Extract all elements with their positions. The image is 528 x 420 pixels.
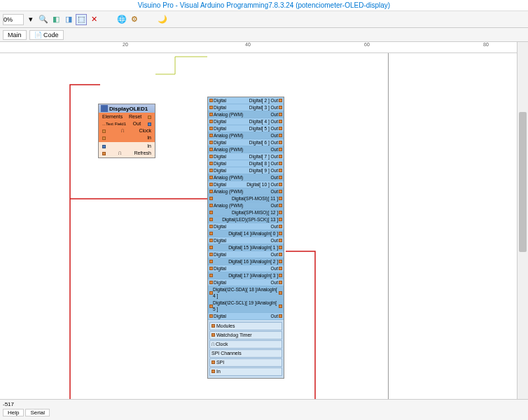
port-out[interactable] [279,291,282,295]
pin-row[interactable]: DigitalDigital[ 9 ] Out [208,167,284,174]
pin-row[interactable]: DigitalDigital[ 10 ] Out [208,181,284,188]
tab-main[interactable]: Main [3,30,27,40]
port-in[interactable] [209,281,213,284]
scrollbar-vertical[interactable] [517,42,528,399]
port-out[interactable] [279,141,282,144]
port-in[interactable] [209,239,213,242]
pin-row[interactable]: Digital[ 15 ]/AnalogIn[ 1 ] [208,244,284,251]
pin-row[interactable]: Digital(SPI-MOSI)[ 11 ] [208,195,284,202]
port-out[interactable] [279,260,282,263]
pin-row[interactable]: Analog (PWM) Out [208,132,284,139]
port-bin[interactable] [211,370,215,373]
port-out[interactable] [279,267,282,270]
select-icon[interactable]: ⬚ [76,14,87,25]
port-clock[interactable] [102,130,106,133]
tab-help[interactable]: Help [3,409,24,416]
port-out[interactable] [279,314,282,318]
port-in[interactable] [209,204,213,207]
pin-row[interactable]: Analog (PWM) Out [208,174,284,181]
port-in[interactable] [209,113,213,116]
pin-row[interactable]: Digital[ 14 ]/AnalogIn[ 0 ] [208,230,284,237]
scrollbar-thumb[interactable] [519,112,527,252]
port-in[interactable] [209,169,213,172]
port-in[interactable] [209,232,213,235]
arduino-node[interactable]: DigitalDigital[ 2 ] OutDigitalDigital[ 3… [207,97,284,379]
pin-row[interactable]: Digital[ 17 ]/AnalogIn[ 3 ] [208,272,284,279]
zoom-icon[interactable]: 🔍 [38,14,49,25]
port-out[interactable] [279,218,282,221]
port-in[interactable] [209,183,213,186]
port-out[interactable] [279,246,282,249]
port-out[interactable] [279,281,282,284]
port-out[interactable] [148,122,151,126]
pin-row[interactable]: Digital Out [208,313,284,320]
tool-icon-2[interactable]: ◨ [63,14,74,25]
port-in[interactable] [209,314,213,318]
port-in[interactable] [209,267,213,270]
port-out[interactable] [279,304,282,308]
pin-row[interactable]: Analog (PWM) Out [208,188,284,195]
port-out[interactable] [279,99,282,102]
port-in[interactable] [209,211,213,214]
port-in[interactable] [209,253,213,256]
pin-row[interactable]: Analog (PWM) Out [208,202,284,209]
port-in[interactable] [209,127,213,130]
port-out[interactable] [279,120,282,123]
pin-row[interactable]: Analog (PWM) Out [208,146,284,153]
port-in[interactable] [209,162,213,165]
port-out[interactable] [279,169,282,172]
port-out[interactable] [279,113,282,116]
port-out[interactable] [279,106,282,109]
zoom-input[interactable] [3,14,24,25]
port-in[interactable] [209,197,213,200]
pin-row[interactable]: DigitalDigital[ 8 ] Out [208,160,284,167]
port-out[interactable] [279,155,282,158]
pin-row[interactable]: Digital[ 16 ]/AnalogIn[ 2 ] [208,258,284,265]
port-modules[interactable] [211,324,215,328]
canvas[interactable]: DisplayOLED1 ElementsReset ...Text Field… [0,53,528,410]
port-out[interactable] [279,239,282,242]
moon-icon[interactable]: 🌙 [157,14,168,25]
port-in[interactable] [209,120,213,123]
port-in[interactable] [209,260,213,263]
port-out[interactable] [279,225,282,228]
port-watchdog[interactable] [211,333,215,337]
pin-row[interactable]: Digital Out [208,279,284,286]
port-in[interactable] [209,99,213,102]
port-in[interactable] [209,225,213,228]
globe-icon[interactable]: 🌐 [116,14,127,25]
port-refresh[interactable] [102,152,106,155]
pin-row[interactable]: Digital Out [208,237,284,244]
node-header[interactable]: DisplayOLED1 [99,104,155,113]
delete-icon[interactable]: ✕ [88,14,99,25]
port-out[interactable] [279,253,282,256]
pin-row[interactable]: Digital Out [208,223,284,230]
port-in[interactable] [209,155,213,158]
pin-row[interactable]: Digital(I2C-SDA)[ 18 ]/AnalogIn[ 4 ] [208,286,284,300]
port-in[interactable] [209,176,213,179]
port-out[interactable] [279,183,282,186]
tab-serial[interactable]: Serial [25,409,49,416]
port-in[interactable] [209,190,213,193]
port-in[interactable] [209,148,213,151]
port-in[interactable] [102,136,106,140]
port-out[interactable] [279,190,282,193]
pin-row[interactable]: Digital(SPI-MISO)[ 12 ] [208,209,284,216]
tab-code[interactable]: 📄 Code [29,30,64,40]
port-in[interactable] [209,134,213,137]
pin-row[interactable]: DigitalDigital[ 7 ] Out [208,153,284,160]
port-out[interactable] [279,232,282,235]
port-out[interactable] [279,134,282,137]
port-in[interactable] [209,218,213,221]
port-out[interactable] [279,127,282,130]
port-out[interactable] [279,274,282,277]
gear-icon[interactable]: ⚙ [129,14,140,25]
pin-row[interactable]: Analog (PWM) Out [208,111,284,118]
pin-row[interactable]: DigitalDigital[ 5 ] Out [208,125,284,132]
pin-row[interactable]: Digital Out [208,265,284,272]
pin-row[interactable]: DigitalDigital[ 6 ] Out [208,139,284,146]
pin-row[interactable]: Digital(I2C-SCL)[ 19 ]/AnalogIn[ 5 ] [208,300,284,313]
oled-node[interactable]: DisplayOLED1 ElementsReset ...Text Field… [98,104,155,158]
port-out[interactable] [279,176,282,179]
pin-row[interactable]: Digital Out [208,251,284,258]
